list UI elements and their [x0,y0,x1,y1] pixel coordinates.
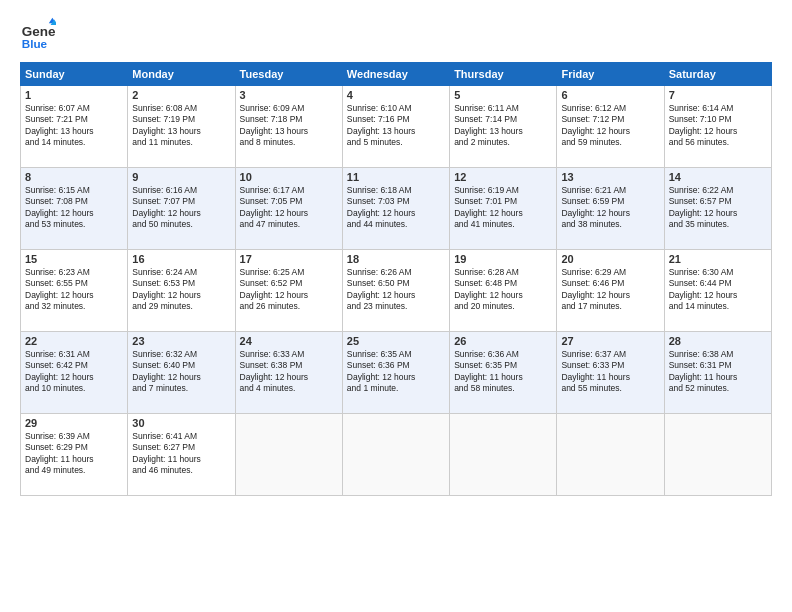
day-number: 2 [132,89,230,101]
cell-content: Sunrise: 6:25 AMSunset: 6:52 PMDaylight:… [240,267,338,313]
calendar-cell: 8Sunrise: 6:15 AMSunset: 7:08 PMDaylight… [21,168,128,250]
calendar-week-row: 15Sunrise: 6:23 AMSunset: 6:55 PMDayligh… [21,250,772,332]
day-number: 17 [240,253,338,265]
calendar-cell: 5Sunrise: 6:11 AMSunset: 7:14 PMDaylight… [450,86,557,168]
cell-content: Sunrise: 6:38 AMSunset: 6:31 PMDaylight:… [669,349,767,395]
cell-content: Sunrise: 6:22 AMSunset: 6:57 PMDaylight:… [669,185,767,231]
calendar-cell: 15Sunrise: 6:23 AMSunset: 6:55 PMDayligh… [21,250,128,332]
cell-content: Sunrise: 6:31 AMSunset: 6:42 PMDaylight:… [25,349,123,395]
calendar-cell: 6Sunrise: 6:12 AMSunset: 7:12 PMDaylight… [557,86,664,168]
cell-content: Sunrise: 6:37 AMSunset: 6:33 PMDaylight:… [561,349,659,395]
day-number: 16 [132,253,230,265]
logo: General Blue [20,16,56,52]
cell-content: Sunrise: 6:09 AMSunset: 7:18 PMDaylight:… [240,103,338,149]
calendar-cell: 24Sunrise: 6:33 AMSunset: 6:38 PMDayligh… [235,332,342,414]
day-number: 22 [25,335,123,347]
calendar-cell: 23Sunrise: 6:32 AMSunset: 6:40 PMDayligh… [128,332,235,414]
day-number: 19 [454,253,552,265]
day-number: 24 [240,335,338,347]
calendar-week-row: 8Sunrise: 6:15 AMSunset: 7:08 PMDaylight… [21,168,772,250]
calendar-cell [342,414,449,496]
day-number: 25 [347,335,445,347]
calendar-week-row: 1Sunrise: 6:07 AMSunset: 7:21 PMDaylight… [21,86,772,168]
cell-content: Sunrise: 6:11 AMSunset: 7:14 PMDaylight:… [454,103,552,149]
calendar-cell: 16Sunrise: 6:24 AMSunset: 6:53 PMDayligh… [128,250,235,332]
cell-content: Sunrise: 6:08 AMSunset: 7:19 PMDaylight:… [132,103,230,149]
header: General Blue [20,16,772,52]
calendar-cell: 12Sunrise: 6:19 AMSunset: 7:01 PMDayligh… [450,168,557,250]
calendar-cell: 10Sunrise: 6:17 AMSunset: 7:05 PMDayligh… [235,168,342,250]
cell-content: Sunrise: 6:12 AMSunset: 7:12 PMDaylight:… [561,103,659,149]
calendar-body: 1Sunrise: 6:07 AMSunset: 7:21 PMDaylight… [21,86,772,496]
calendar-cell: 21Sunrise: 6:30 AMSunset: 6:44 PMDayligh… [664,250,771,332]
cell-content: Sunrise: 6:26 AMSunset: 6:50 PMDaylight:… [347,267,445,313]
calendar-cell: 20Sunrise: 6:29 AMSunset: 6:46 PMDayligh… [557,250,664,332]
calendar-week-row: 29Sunrise: 6:39 AMSunset: 6:29 PMDayligh… [21,414,772,496]
day-number: 30 [132,417,230,429]
day-number: 14 [669,171,767,183]
calendar-cell: 13Sunrise: 6:21 AMSunset: 6:59 PMDayligh… [557,168,664,250]
calendar-cell [450,414,557,496]
svg-text:Blue: Blue [22,37,48,50]
cell-content: Sunrise: 6:18 AMSunset: 7:03 PMDaylight:… [347,185,445,231]
calendar-cell: 27Sunrise: 6:37 AMSunset: 6:33 PMDayligh… [557,332,664,414]
cell-content: Sunrise: 6:35 AMSunset: 6:36 PMDaylight:… [347,349,445,395]
day-number: 13 [561,171,659,183]
cell-content: Sunrise: 6:30 AMSunset: 6:44 PMDaylight:… [669,267,767,313]
calendar-cell: 19Sunrise: 6:28 AMSunset: 6:48 PMDayligh… [450,250,557,332]
calendar-cell: 22Sunrise: 6:31 AMSunset: 6:42 PMDayligh… [21,332,128,414]
calendar-cell: 7Sunrise: 6:14 AMSunset: 7:10 PMDaylight… [664,86,771,168]
day-number: 5 [454,89,552,101]
day-number: 28 [669,335,767,347]
calendar-header-cell: Thursday [450,63,557,86]
cell-content: Sunrise: 6:33 AMSunset: 6:38 PMDaylight:… [240,349,338,395]
logo-icon: General Blue [20,16,56,52]
day-number: 21 [669,253,767,265]
calendar-cell: 9Sunrise: 6:16 AMSunset: 7:07 PMDaylight… [128,168,235,250]
cell-content: Sunrise: 6:21 AMSunset: 6:59 PMDaylight:… [561,185,659,231]
calendar-cell: 26Sunrise: 6:36 AMSunset: 6:35 PMDayligh… [450,332,557,414]
cell-content: Sunrise: 6:15 AMSunset: 7:08 PMDaylight:… [25,185,123,231]
day-number: 12 [454,171,552,183]
calendar-cell: 1Sunrise: 6:07 AMSunset: 7:21 PMDaylight… [21,86,128,168]
day-number: 4 [347,89,445,101]
calendar: SundayMondayTuesdayWednesdayThursdayFrid… [20,62,772,496]
day-number: 15 [25,253,123,265]
day-number: 1 [25,89,123,101]
calendar-cell: 2Sunrise: 6:08 AMSunset: 7:19 PMDaylight… [128,86,235,168]
day-number: 20 [561,253,659,265]
calendar-cell: 14Sunrise: 6:22 AMSunset: 6:57 PMDayligh… [664,168,771,250]
calendar-header-cell: Saturday [664,63,771,86]
cell-content: Sunrise: 6:10 AMSunset: 7:16 PMDaylight:… [347,103,445,149]
day-number: 23 [132,335,230,347]
day-number: 3 [240,89,338,101]
calendar-week-row: 22Sunrise: 6:31 AMSunset: 6:42 PMDayligh… [21,332,772,414]
calendar-header-cell: Monday [128,63,235,86]
calendar-cell [235,414,342,496]
cell-content: Sunrise: 6:28 AMSunset: 6:48 PMDaylight:… [454,267,552,313]
day-number: 10 [240,171,338,183]
cell-content: Sunrise: 6:14 AMSunset: 7:10 PMDaylight:… [669,103,767,149]
day-number: 18 [347,253,445,265]
day-number: 27 [561,335,659,347]
calendar-cell: 18Sunrise: 6:26 AMSunset: 6:50 PMDayligh… [342,250,449,332]
day-number: 8 [25,171,123,183]
calendar-header-row: SundayMondayTuesdayWednesdayThursdayFrid… [21,63,772,86]
day-number: 26 [454,335,552,347]
cell-content: Sunrise: 6:41 AMSunset: 6:27 PMDaylight:… [132,431,230,477]
cell-content: Sunrise: 6:16 AMSunset: 7:07 PMDaylight:… [132,185,230,231]
calendar-cell: 4Sunrise: 6:10 AMSunset: 7:16 PMDaylight… [342,86,449,168]
cell-content: Sunrise: 6:24 AMSunset: 6:53 PMDaylight:… [132,267,230,313]
calendar-cell: 17Sunrise: 6:25 AMSunset: 6:52 PMDayligh… [235,250,342,332]
calendar-cell [664,414,771,496]
calendar-header-cell: Wednesday [342,63,449,86]
cell-content: Sunrise: 6:19 AMSunset: 7:01 PMDaylight:… [454,185,552,231]
cell-content: Sunrise: 6:32 AMSunset: 6:40 PMDaylight:… [132,349,230,395]
day-number: 6 [561,89,659,101]
calendar-header-cell: Sunday [21,63,128,86]
day-number: 11 [347,171,445,183]
calendar-cell [557,414,664,496]
calendar-cell: 11Sunrise: 6:18 AMSunset: 7:03 PMDayligh… [342,168,449,250]
day-number: 7 [669,89,767,101]
cell-content: Sunrise: 6:39 AMSunset: 6:29 PMDaylight:… [25,431,123,477]
